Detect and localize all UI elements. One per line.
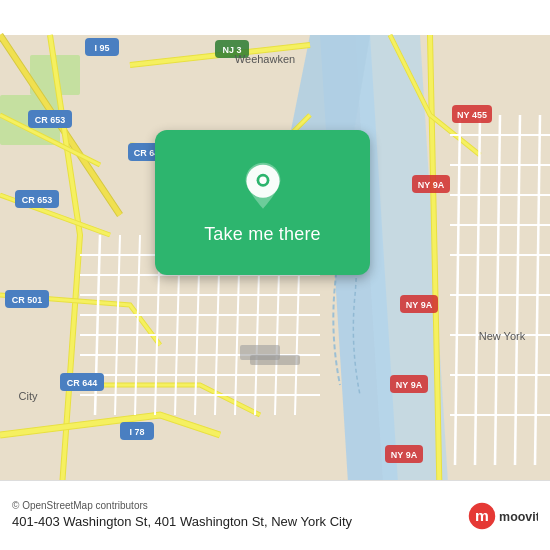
info-bar: © OpenStreetMap contributors 401-403 Was… (0, 480, 550, 550)
navigation-card[interactable]: Take me there (155, 130, 370, 275)
svg-text:Weehawken: Weehawken (235, 53, 295, 65)
location-pin-icon (238, 161, 288, 216)
svg-text:New York: New York (479, 330, 526, 342)
map-container: CR 653 CR 653 CR 501 CR 644 CR 641 I 78 … (0, 0, 550, 550)
svg-text:I 78: I 78 (129, 427, 144, 437)
take-me-there-button[interactable]: Take me there (204, 224, 321, 245)
svg-text:CR 644: CR 644 (67, 378, 98, 388)
svg-text:NY 9A: NY 9A (396, 380, 423, 390)
osm-attribution: © OpenStreetMap contributors (12, 500, 458, 511)
svg-text:NY 455: NY 455 (457, 110, 487, 120)
svg-text:CR 501: CR 501 (12, 295, 43, 305)
address-text: 401-403 Washington St, 401 Washington St… (12, 514, 458, 531)
svg-rect-66 (250, 355, 300, 365)
svg-point-69 (259, 176, 266, 183)
moovit-logo-svg: m moovit (468, 498, 538, 534)
svg-text:m: m (475, 506, 489, 523)
svg-text:CR 653: CR 653 (35, 115, 66, 125)
svg-text:NY 9A: NY 9A (406, 300, 433, 310)
svg-text:NY 9A: NY 9A (418, 180, 445, 190)
svg-text:moovit: moovit (499, 509, 538, 523)
svg-text:City: City (19, 390, 38, 402)
svg-text:CR 653: CR 653 (22, 195, 53, 205)
address-block: © OpenStreetMap contributors 401-403 Was… (12, 500, 458, 531)
svg-text:NY 9A: NY 9A (391, 450, 418, 460)
map-background: CR 653 CR 653 CR 501 CR 644 CR 641 I 78 … (0, 0, 550, 550)
svg-text:I 95: I 95 (94, 43, 109, 53)
moovit-logo: m moovit (468, 498, 538, 534)
